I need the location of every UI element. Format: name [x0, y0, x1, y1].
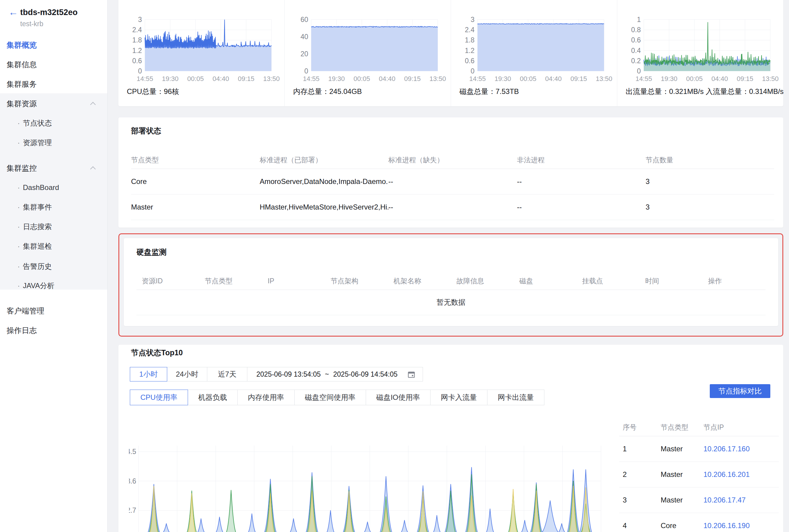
y-axis-tick: 0.6 — [132, 57, 142, 65]
x-axis-tick: 04:40 — [711, 75, 728, 82]
cluster-id: tbds-m32t52eo — [20, 8, 78, 17]
node-top10-title: 节点状态Top10 — [131, 348, 183, 358]
sidebar-item-集群服务[interactable]: 集群服务 — [0, 77, 107, 91]
metric-tab-网卡出流量[interactable]: 网卡出流量 — [487, 390, 544, 405]
column-header: 标准进程（缺失） — [388, 155, 517, 165]
chevron-up-icon[interactable] — [90, 166, 95, 172]
chevron-up-icon[interactable] — [90, 102, 95, 107]
sidebar-item-label: 集群服务 — [7, 77, 37, 91]
sidebar-item-集群事件[interactable]: ·集群事件 — [0, 201, 107, 214]
date-range-picker[interactable]: 2025-06-09 13:54:05~2025-06-09 14:54:05 — [247, 367, 423, 381]
bullet-icon: · — [17, 240, 20, 253]
table-cell: 2 — [619, 470, 661, 479]
sidebar-item-label: 集群信息 — [7, 58, 37, 71]
sidebar-item-label: 集群监控 — [7, 162, 37, 175]
x-axis-tick: 00:05 — [353, 75, 370, 82]
column-header: 故障信息 — [451, 277, 514, 286]
x-axis-tick: 14:55 — [635, 75, 652, 82]
sidebar-item-集群监控[interactable]: 集群监控 — [0, 162, 107, 175]
y-axis-tick: 3 — [471, 16, 475, 23]
time-tab-24小时[interactable]: 24小时 — [167, 367, 207, 381]
sidebar-item-DashBoard[interactable]: ·DashBoard — [0, 181, 107, 194]
chart-total-label: CPU总量：96核 — [127, 87, 179, 96]
x-axis-tick: 09:15 — [404, 75, 421, 82]
table-cell: 10.206.16.190 — [703, 521, 779, 530]
time-tab-1小时[interactable]: 1小时 — [130, 367, 167, 381]
overview-chart-panel-disk: 00.61.21.82.4314:5519:3000:0504:4009:151… — [451, 0, 617, 106]
column-header: 挂载点 — [577, 277, 640, 286]
node-ip-link[interactable]: 10.206.16.201 — [703, 470, 750, 478]
time-tab-近7天[interactable]: 近7天 — [207, 367, 247, 381]
x-axis-tick: 14:55 — [469, 75, 485, 82]
sidebar-item-label: 客户端管理 — [7, 304, 44, 317]
column-header: 节点类型 — [131, 155, 260, 165]
bullet-icon: · — [17, 220, 20, 233]
chart-total-label: 磁盘总量：7.53TB — [459, 87, 519, 96]
table-cell: AmoroServer,DataNode,Impala-Daemo... — [260, 177, 388, 186]
y-axis-tick: 20 — [300, 50, 308, 58]
node-compare-button[interactable]: 节点指标对比 — [710, 384, 770, 398]
calendar-icon[interactable] — [407, 370, 416, 378]
date-separator: ~ — [325, 370, 329, 378]
x-axis-tick: 14:55 — [303, 75, 319, 82]
metric-tab-机器负载[interactable]: 机器负载 — [188, 390, 238, 405]
table-row: 1Master10.206.17.160 — [619, 436, 779, 462]
disk-monitor-table-header: 资源ID节点类型IP节点架构机架名称故障信息磁盘挂载点时间操作 — [136, 272, 766, 290]
bullet-icon: · — [17, 181, 20, 194]
y-axis-tick: 3 — [138, 16, 142, 23]
table-cell: Master — [131, 203, 260, 211]
table-row: CoreAmoroServer,DataNode,Impala-Daemo...… — [131, 169, 774, 194]
x-axis-tick: 13:50 — [595, 75, 612, 82]
node-ip-link[interactable]: 10.206.17.160 — [703, 445, 750, 453]
y-axis-tick: 2.4 — [132, 26, 142, 34]
disk-monitor-title: 硬盘监测 — [136, 247, 167, 257]
y-axis-tick: 0 — [471, 67, 475, 75]
sidebar-item-操作日志[interactable]: 操作日志 — [0, 324, 107, 337]
node-ip-link[interactable]: 10.206.17.47 — [703, 496, 746, 504]
x-axis-tick: 04:40 — [213, 75, 229, 82]
sidebar-item-集群资源[interactable]: 集群资源 — [0, 97, 107, 110]
y-axis-tick: 1.8 — [132, 36, 142, 44]
sidebar-item-集群巡检[interactable]: ·集群巡检 — [0, 240, 107, 253]
table-cell: Master — [661, 470, 703, 479]
node-top10-table: 序号节点类型节点IP1Master10.206.17.1602Master10.… — [619, 418, 779, 532]
column-header: 磁盘 — [514, 277, 577, 286]
y-axis-tick: 0.6 — [465, 57, 475, 65]
column-header: 序号 — [619, 423, 661, 432]
sidebar-item-label: 集群资源 — [7, 97, 37, 110]
column-header: 时间 — [640, 277, 702, 286]
y-axis-tick: 1 — [637, 16, 641, 23]
bullet-icon: · — [17, 116, 20, 130]
sidebar-item-label: 集群概览 — [7, 38, 37, 52]
column-header: 标准进程（已部署） — [260, 155, 388, 165]
table-cell: -- — [388, 177, 517, 186]
metric-tab-磁盘IO使用率[interactable]: 磁盘IO使用率 — [366, 390, 430, 405]
table-cell: Master — [661, 445, 703, 453]
bullet-icon: · — [17, 279, 20, 292]
sidebar-item-集群概览[interactable]: 集群概览 — [0, 38, 107, 52]
date-end: 2025-06-09 14:54:05 — [333, 370, 398, 378]
sidebar-item-节点状态[interactable]: ·节点状态 — [0, 116, 107, 130]
x-axis-tick: 09:15 — [238, 75, 254, 82]
metric-tab-CPU使用率[interactable]: CPU使用率 — [130, 390, 188, 405]
x-axis-tick: 13:50 — [429, 75, 446, 82]
y-axis-tick: 40 — [300, 33, 308, 41]
sidebar-item-客户端管理[interactable]: 客户端管理 — [0, 304, 107, 317]
metric-tab-磁盘空间使用率[interactable]: 磁盘空间使用率 — [294, 390, 366, 405]
network-chart: 00.20.40.60.8114:5519:3000:0504:4009:151… — [617, 0, 784, 86]
column-header: 机架名称 — [388, 277, 451, 286]
metric-tab-内存使用率[interactable]: 内存使用率 — [237, 390, 295, 405]
sidebar-item-资源管理[interactable]: ·资源管理 — [0, 136, 107, 149]
table-cell: -- — [388, 203, 517, 211]
sidebar-item-日志搜索[interactable]: ·日志搜索 — [0, 220, 107, 233]
back-arrow-icon[interactable]: ← — [8, 7, 18, 18]
sidebar-item-告警历史[interactable]: ·告警历史 — [0, 260, 107, 273]
x-axis-tick: 19:30 — [661, 75, 677, 82]
y-axis-tick: 3.6 — [129, 477, 136, 485]
node-ip-link[interactable]: 10.206.16.190 — [703, 521, 750, 530]
overview-charts-card: 00.61.21.82.4314:5519:3000:0504:4009:151… — [118, 0, 783, 106]
sidebar-item-集群信息[interactable]: 集群信息 — [0, 58, 107, 71]
sidebar-item-JAVA分析[interactable]: ·JAVA分析 — [0, 279, 107, 292]
metric-tab-网卡入流量[interactable]: 网卡入流量 — [430, 390, 488, 405]
x-axis-tick: 13:50 — [762, 75, 778, 82]
